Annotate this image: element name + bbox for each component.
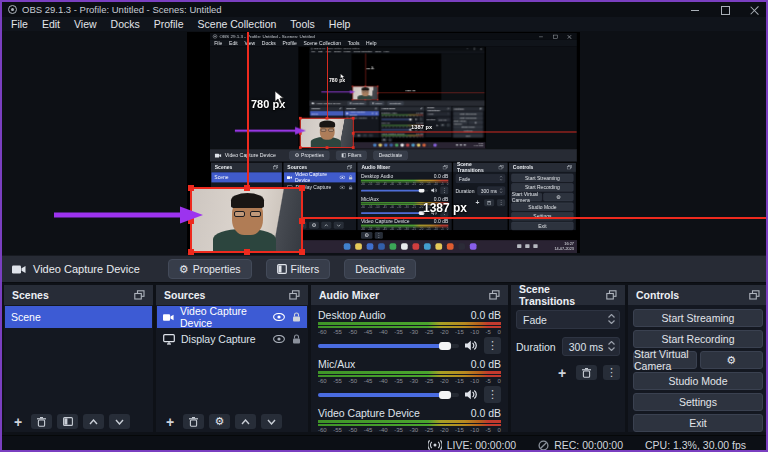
scenes-dock: Scenes Scene + bbox=[4, 285, 153, 432]
transition-properties-button[interactable]: ⋮ bbox=[603, 365, 620, 380]
width-measurement-label: 1387 px bbox=[423, 201, 467, 215]
meter-tick: -45 bbox=[364, 377, 373, 385]
selection-handle[interactable] bbox=[188, 185, 194, 191]
selection-handle[interactable] bbox=[244, 249, 250, 255]
spinner-arrows-icon[interactable] bbox=[608, 341, 615, 351]
menu-view[interactable]: View bbox=[74, 18, 97, 30]
rec-status: REC: 00:00:00 bbox=[538, 439, 623, 451]
mixer-channel-mic-aux: Mic/Aux 0.0 dB -60-55-50-45-40-35-30-25-… bbox=[318, 357, 501, 404]
channel-menu-button[interactable]: ⋮ bbox=[484, 386, 501, 403]
menu-bar: FileEditViewDocksProfileScene Collection… bbox=[2, 17, 768, 31]
lock-icon[interactable] bbox=[292, 312, 301, 322]
spinner-arrows-icon bbox=[608, 314, 615, 324]
source-item-display-capture[interactable]: Display Capture bbox=[157, 329, 307, 349]
meter-tick: -5 bbox=[486, 377, 491, 385]
scene-transitions-title: Scene Transitions bbox=[519, 283, 606, 307]
cpu-status: CPU: 1.3%, 30.00 fps bbox=[645, 439, 746, 451]
source-properties-button[interactable]: ⚙ bbox=[209, 414, 230, 429]
visibility-eye-icon[interactable] bbox=[273, 313, 285, 321]
volume-slider[interactable] bbox=[318, 344, 459, 348]
lock-icon[interactable] bbox=[292, 334, 301, 344]
meter-tick: -5 bbox=[486, 328, 491, 336]
screenshot-frame: OBS 29.1.3 - Profile: Untitled - Scenes:… bbox=[0, 0, 768, 452]
move-scene-up-button[interactable] bbox=[83, 414, 104, 429]
menu-profile[interactable]: Profile bbox=[154, 18, 184, 30]
popout-icon[interactable] bbox=[606, 290, 617, 300]
menu-help[interactable]: Help bbox=[329, 18, 351, 30]
menu-file[interactable]: File bbox=[11, 18, 28, 30]
speaker-icon[interactable] bbox=[465, 389, 478, 400]
chevron-up-icon bbox=[241, 419, 250, 425]
meter-tick: -15 bbox=[455, 328, 464, 336]
menu-docks[interactable]: Docks bbox=[111, 18, 140, 30]
broadcast-icon bbox=[428, 440, 442, 450]
popout-icon[interactable] bbox=[289, 290, 300, 300]
move-source-down-button[interactable] bbox=[261, 414, 282, 429]
add-transition-button[interactable]: + bbox=[554, 365, 570, 380]
dots-icon: ⋮ bbox=[606, 367, 617, 378]
webcam-person-glasses bbox=[234, 211, 261, 217]
meter-scale: -60-55-50-45-40-35-30-25-20-15-10-50 bbox=[318, 377, 501, 385]
selection-handle[interactable] bbox=[299, 249, 305, 255]
scene-filters-button[interactable] bbox=[57, 414, 78, 429]
exit-button[interactable]: Exit bbox=[633, 414, 763, 432]
dots-icon: ⋮ bbox=[487, 389, 498, 400]
meter-scale: -60-55-50-45-40-35-30-25-20-15-10-50 bbox=[318, 328, 501, 336]
chevron-down-icon bbox=[267, 419, 276, 425]
remove-transition-button[interactable] bbox=[576, 365, 597, 380]
duration-input[interactable]: 300 ms bbox=[562, 337, 620, 356]
trash-icon bbox=[582, 368, 591, 378]
filter-icon bbox=[277, 264, 287, 274]
studio-mode-button[interactable]: Studio Mode bbox=[633, 372, 763, 390]
start-virtual-camera-button[interactable]: Start Virtual Camera bbox=[633, 351, 697, 369]
chevron-down-icon bbox=[115, 419, 124, 425]
meter-tick: -35 bbox=[394, 328, 403, 336]
start-recording-button[interactable]: Start Recording bbox=[633, 330, 763, 348]
popout-icon[interactable] bbox=[489, 290, 500, 300]
meter-tick: -40 bbox=[379, 328, 388, 336]
meter-tick: -20 bbox=[440, 377, 449, 385]
add-source-button[interactable]: + bbox=[162, 414, 178, 429]
popout-icon[interactable] bbox=[134, 290, 145, 300]
properties-button[interactable]: ⚙ Properties bbox=[168, 259, 252, 279]
camera-icon bbox=[12, 264, 26, 275]
obs-window: OBS 29.1.3 - Profile: Untitled - Scenes:… bbox=[2, 2, 768, 452]
volume-slider[interactable] bbox=[318, 393, 459, 397]
menu-scene-collection[interactable]: Scene Collection bbox=[198, 18, 277, 30]
source-item-video-capture[interactable]: Video Capture Device bbox=[157, 306, 307, 328]
channel-level: 0.0 dB bbox=[471, 309, 501, 321]
mixer-channel-desktop-audio: Desktop Audio 0.0 dB -60-55-50-45-40-35-… bbox=[318, 308, 501, 355]
settings-button[interactable]: Settings bbox=[633, 393, 763, 411]
meter-tick: -50 bbox=[348, 328, 357, 336]
remove-scene-button[interactable] bbox=[31, 414, 52, 429]
speaker-icon[interactable] bbox=[465, 340, 478, 351]
selection-handle[interactable] bbox=[299, 218, 305, 224]
menu-tools[interactable]: Tools bbox=[290, 18, 315, 30]
meter-tick: -20 bbox=[440, 328, 449, 336]
move-source-up-button[interactable] bbox=[235, 414, 256, 429]
scenes-toolbar: + bbox=[10, 414, 130, 429]
visibility-eye-icon[interactable] bbox=[273, 335, 285, 343]
selection-handle[interactable] bbox=[299, 185, 305, 191]
virtual-camera-settings-button[interactable]: ⚙ bbox=[700, 351, 764, 369]
filters-button[interactable]: Filters bbox=[266, 259, 331, 279]
maximize-button[interactable] bbox=[720, 5, 730, 15]
menu-edit[interactable]: Edit bbox=[42, 18, 60, 30]
channel-name: Mic/Aux bbox=[318, 358, 355, 370]
start-streaming-button[interactable]: Start Streaming bbox=[633, 309, 763, 327]
selection-handle[interactable] bbox=[244, 185, 250, 191]
minimize-button[interactable] bbox=[690, 5, 700, 15]
deactivate-button[interactable]: Deactivate bbox=[344, 259, 416, 279]
preview-area: OBS 29.1.3 - Profile: Untitled - Scenes:… bbox=[2, 31, 768, 255]
channel-menu-button[interactable]: ⋮ bbox=[484, 337, 501, 354]
meter-tick: -5 bbox=[486, 426, 491, 434]
selection-handle[interactable] bbox=[188, 249, 194, 255]
webcam-video-source[interactable] bbox=[190, 187, 303, 253]
add-scene-button[interactable]: + bbox=[10, 414, 26, 429]
scene-item[interactable]: Scene bbox=[5, 306, 152, 328]
remove-source-button[interactable] bbox=[183, 414, 204, 429]
move-scene-down-button[interactable] bbox=[109, 414, 130, 429]
transition-select[interactable]: Fade bbox=[516, 310, 620, 329]
close-button[interactable] bbox=[750, 5, 760, 15]
popout-icon[interactable] bbox=[749, 290, 760, 300]
